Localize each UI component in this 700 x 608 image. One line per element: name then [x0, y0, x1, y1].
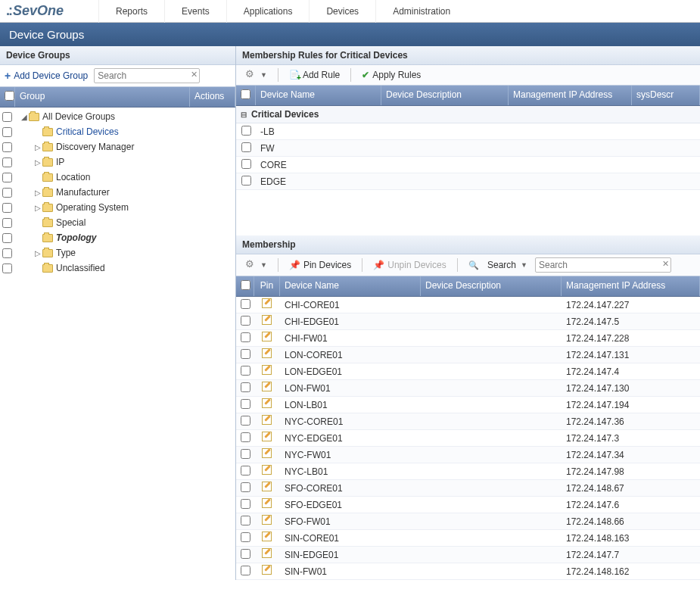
edit-icon[interactable]	[261, 414, 273, 426]
edit-icon[interactable]	[261, 497, 273, 510]
device-checkbox[interactable]	[241, 466, 250, 475]
membership-header-pin[interactable]: Pin	[254, 276, 280, 296]
tree-item-checkbox[interactable]	[2, 233, 12, 243]
collapse-icon[interactable]: ⊟	[241, 111, 251, 119]
edit-icon[interactable]	[261, 348, 273, 360]
tree-item-label[interactable]: Manufacturer	[56, 187, 110, 198]
search-dropdown-button[interactable]: Search▼	[464, 258, 532, 272]
device-checkbox[interactable]	[241, 516, 250, 525]
rules-header-name[interactable]: Device Name	[256, 86, 381, 105]
edit-icon[interactable]	[261, 364, 273, 376]
expand-icon[interactable]: ▷	[33, 204, 42, 212]
device-row[interactable]: LON-FW01172.24.147.130	[236, 380, 700, 397]
nav-administration[interactable]: Administration	[375, 0, 467, 23]
tree-item-checkbox[interactable]	[2, 112, 12, 122]
device-checkbox[interactable]	[241, 349, 250, 359]
tree-item-checkbox[interactable]	[2, 218, 12, 228]
device-row[interactable]: SIN-CORE01172.24.148.163	[236, 530, 700, 547]
tree-item-label[interactable]: Discovery Manager	[56, 142, 134, 152]
collapse-icon[interactable]: ◢	[20, 113, 29, 121]
device-row[interactable]: LON-EDGE01172.24.147.4	[236, 363, 700, 380]
apply-rules-button[interactable]: ✔Apply Rules	[357, 68, 425, 82]
tree-item-checkbox[interactable]	[2, 142, 12, 152]
device-row[interactable]: CHI-FW01172.24.147.228	[236, 330, 700, 347]
device-row[interactable]: SIN-EDGE01172.24.147.7	[236, 547, 700, 563]
membership-header-desc[interactable]: Device Description	[421, 276, 562, 296]
edit-icon[interactable]	[261, 464, 273, 476]
edit-icon[interactable]	[261, 314, 273, 326]
edit-icon[interactable]	[261, 331, 273, 343]
tree-item-checkbox[interactable]	[2, 173, 12, 182]
header-group[interactable]: Group	[15, 87, 190, 107]
tree-item-checkbox[interactable]	[2, 127, 12, 137]
edit-icon[interactable]	[261, 514, 273, 526]
device-checkbox[interactable]	[241, 366, 250, 376]
expand-icon[interactable]: ▷	[33, 158, 42, 167]
tree-item-label[interactable]: Special	[56, 217, 86, 228]
membership-header-ip[interactable]: Management IP Address	[562, 276, 700, 296]
edit-icon[interactable]	[261, 431, 273, 443]
device-checkbox[interactable]	[241, 532, 250, 542]
rule-checkbox[interactable]	[241, 142, 251, 152]
tree-item-checkbox[interactable]	[2, 188, 12, 198]
edit-icon[interactable]	[261, 447, 273, 460]
device-checkbox[interactable]	[241, 316, 250, 326]
edit-icon[interactable]	[261, 531, 273, 543]
expand-icon[interactable]: ▷	[33, 189, 42, 197]
rules-header-ip[interactable]: Management IP Address	[509, 86, 632, 105]
device-row[interactable]: NYC-EDGE01172.24.147.3	[236, 430, 700, 447]
device-row[interactable]: NYC-CORE01172.24.147.36	[236, 413, 700, 430]
tree-item-checkbox[interactable]	[2, 157, 12, 167]
left-search-input[interactable]	[94, 68, 200, 83]
tree-item-label[interactable]: Operating System	[56, 202, 129, 213]
edit-icon[interactable]	[261, 298, 273, 310]
device-row[interactable]: SIN-FW01172.24.148.162	[236, 563, 700, 580]
nav-events[interactable]: Events	[164, 0, 226, 23]
tree-item-checkbox[interactable]	[2, 263, 12, 273]
device-row[interactable]: SFO-EDGE01172.24.147.6	[236, 497, 700, 513]
device-checkbox[interactable]	[241, 482, 250, 492]
rule-row[interactable]: CORE	[236, 157, 700, 173]
device-checkbox[interactable]	[241, 416, 250, 426]
tree-item-label[interactable]: Critical Devices	[56, 126, 119, 137]
tree-item-label[interactable]: Unclassified	[56, 263, 105, 273]
tree-item-label[interactable]: Location	[56, 172, 90, 182]
rule-checkbox[interactable]	[241, 159, 251, 169]
select-all-devices-checkbox[interactable]	[241, 280, 250, 290]
tree-item-label[interactable]: All Device Groups	[42, 111, 115, 122]
select-all-rules-checkbox[interactable]	[241, 89, 250, 99]
device-row[interactable]: LON-LB01172.24.147.194	[236, 397, 700, 413]
edit-icon[interactable]	[261, 564, 273, 576]
device-checkbox[interactable]	[241, 499, 250, 509]
membership-search-input[interactable]	[535, 257, 671, 273]
rules-header-sys[interactable]: sysDescr	[632, 86, 700, 105]
device-checkbox[interactable]	[241, 566, 250, 575]
expand-icon[interactable]: ▷	[33, 249, 42, 257]
nav-applications[interactable]: Applications	[226, 0, 310, 23]
rule-row[interactable]: -LB	[236, 123, 700, 140]
nav-reports[interactable]: Reports	[98, 0, 164, 23]
clear-icon[interactable]: ✕	[191, 70, 198, 80]
device-row[interactable]: SFO-CORE01172.24.148.67	[236, 480, 700, 497]
rule-checkbox[interactable]	[241, 126, 251, 136]
tree-item-checkbox[interactable]	[2, 203, 12, 213]
device-row[interactable]: LON-CORE01172.24.147.131	[236, 347, 700, 363]
tree-item-label[interactable]: Topology	[56, 232, 97, 243]
device-checkbox[interactable]	[241, 332, 250, 342]
device-checkbox[interactable]	[241, 449, 250, 459]
rules-group-row[interactable]: ⊟ Critical Devices	[236, 106, 700, 123]
device-checkbox[interactable]	[241, 432, 250, 442]
membership-header-name[interactable]: Device Name	[280, 276, 421, 296]
device-checkbox[interactable]	[241, 399, 250, 409]
rule-row[interactable]: EDGE	[236, 173, 700, 190]
edit-icon[interactable]	[261, 547, 273, 560]
device-checkbox[interactable]	[241, 382, 250, 392]
membership-gear-button[interactable]: ▼	[241, 258, 272, 272]
tree-item-checkbox[interactable]	[2, 248, 12, 258]
device-checkbox[interactable]	[241, 549, 250, 559]
select-all-groups-checkbox[interactable]	[5, 91, 14, 101]
nav-devices[interactable]: Devices	[309, 0, 375, 23]
tree-item-label[interactable]: Type	[56, 248, 76, 258]
device-checkbox[interactable]	[241, 299, 250, 309]
rules-gear-button[interactable]: ▼	[241, 68, 272, 82]
